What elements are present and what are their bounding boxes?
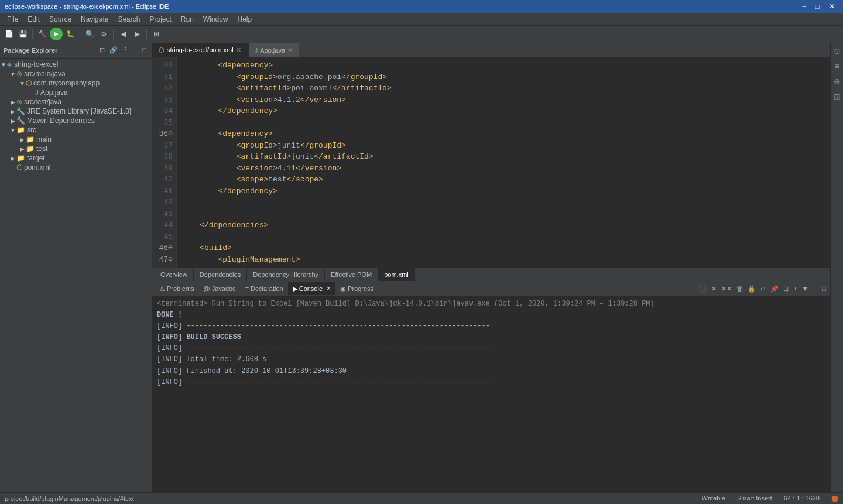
console-minimize[interactable]: ─	[811, 284, 820, 293]
toolbar-perspective[interactable]: ⊞	[150, 28, 163, 40]
toolbar-build[interactable]: 🔨	[36, 28, 49, 40]
line-number-47: 47⊖	[152, 254, 173, 266]
toolbar-new[interactable]: 📄	[2, 28, 15, 40]
sidebar-right-2[interactable]: ≡	[832, 60, 841, 73]
console-tab-javadoc[interactable]: @ Javadoc	[198, 282, 240, 295]
menu-window[interactable]: Window	[198, 13, 233, 26]
minimize-button[interactable]: −	[799, 2, 810, 11]
sidebar-view-menu[interactable]: ⋮	[121, 46, 131, 54]
code-line-38: <artifactId>junit</artifactId>	[181, 151, 825, 163]
code-content[interactable]: <dependency> <groupId>org.apache.poi</gr…	[177, 57, 830, 268]
title-bar: eclipse-workspace - string-to-excel/pom.…	[0, 0, 843, 13]
toolbar-debug[interactable]: 🐛	[64, 28, 77, 40]
pom-tab-dependencies[interactable]: Dependencies	[194, 268, 247, 281]
line-number-44: 44	[152, 220, 173, 231]
tab-java-close[interactable]: ✕	[287, 46, 293, 54]
tree-item-pom-xml[interactable]: ⬡pom.xml	[0, 163, 152, 172]
console-line-6: [INFO] ---------------------------------…	[157, 377, 825, 388]
maximize-button[interactable]: □	[812, 2, 823, 11]
tree-item-test[interactable]: ▶📁test	[0, 144, 152, 153]
tree-item-main[interactable]: ▶📁main	[0, 135, 152, 144]
tree-item-com-mycompany-app[interactable]: ▼⬡com.mycompany.app	[0, 78, 152, 88]
tree-icon-jre-system: 🔧	[16, 107, 25, 115]
console-stop[interactable]: ⬛	[697, 284, 708, 294]
sidebar-collapse-all[interactable]: ⊟	[98, 46, 107, 54]
pom-tab-xml[interactable]: pom.xml	[378, 268, 415, 281]
tab-app-java[interactable]: J App.java ✕	[248, 43, 299, 57]
code-editor[interactable]: 30313233343536⊖37383940414243444546⊖47⊖4…	[152, 57, 830, 268]
status-right: Writable Smart Insert 64 : 1 : 1620 ⬤	[702, 495, 838, 502]
tab-pom-xml[interactable]: ⬡ string-to-excel/pom.xml ✕	[152, 43, 248, 57]
pom-tab-hierarchy[interactable]: Dependency Hierarchy	[247, 268, 325, 281]
menu-bar: File Edit Source Navigate Search Project…	[0, 13, 843, 26]
toolbar-forward[interactable]: ▶	[131, 28, 143, 40]
problems-label: Problems	[167, 282, 194, 295]
console-scroll-lock[interactable]: 🔒	[746, 284, 758, 294]
editor-area: ⬡ string-to-excel/pom.xml ✕ J App.java ✕…	[152, 42, 830, 492]
sidebar-link-editor[interactable]: 🔗	[108, 46, 119, 54]
tree-item-target[interactable]: ▶📁target	[0, 153, 152, 163]
menu-source[interactable]: Source	[44, 13, 76, 26]
tab-pom-close[interactable]: ✕	[236, 46, 241, 54]
tree-item-src-main-java[interactable]: ▼⊕src/main/java	[0, 69, 152, 78]
menu-run[interactable]: Run	[176, 13, 198, 26]
status-path: project/build/pluginManagement/plugins/#…	[5, 495, 702, 502]
tree-icon-src-main-java: ⊕	[16, 70, 22, 78]
console-close[interactable]: ✕	[326, 282, 331, 295]
console-line-0: DONE !	[157, 310, 825, 321]
sidebar-minimize[interactable]: ─	[132, 46, 140, 54]
menu-search[interactable]: Search	[113, 13, 145, 26]
menu-help[interactable]: Help	[233, 13, 257, 26]
title-bar-controls[interactable]: − □ ✕	[799, 2, 838, 11]
status-position: 64 : 1 : 1620	[784, 495, 820, 502]
toolbar-back[interactable]: ◀	[116, 28, 129, 40]
console-tab-progress[interactable]: ◉ Progress	[335, 282, 378, 295]
console-word-wrap[interactable]: ↵	[759, 284, 767, 294]
console-remove-all[interactable]: ✕✕	[719, 284, 734, 294]
code-line-40: <scope>test</scope>	[181, 174, 825, 186]
tree-item-string-to-excel[interactable]: ▼◈string-to-excel	[0, 60, 152, 69]
tree-label-com-mycompany-app: com.mycompany.app	[33, 79, 100, 87]
menu-project[interactable]: Project	[145, 13, 176, 26]
console-clear[interactable]: 🗑	[735, 284, 745, 293]
sidebar-title: Package Explorer	[4, 47, 57, 54]
tree-item-src-test-java[interactable]: ▶⊕src/test/java	[0, 97, 152, 107]
close-button[interactable]: ✕	[825, 2, 838, 11]
pom-tab-overview[interactable]: Overview	[155, 268, 194, 281]
status-bar: project/build/pluginManagement/plugins/#…	[0, 492, 843, 504]
tree-item-App-java[interactable]: JApp.java	[0, 88, 152, 97]
progress-icon: ◉	[340, 282, 346, 295]
console-pin[interactable]: 📌	[769, 284, 780, 294]
console-new[interactable]: +	[791, 284, 799, 293]
tree-icon-target: 📁	[16, 154, 25, 162]
toolbar-run[interactable]: ▶	[50, 28, 63, 40]
console-line-5: [INFO] Finished at: 2020-10-01T13:39:28+…	[157, 366, 825, 377]
menu-file[interactable]: File	[2, 13, 23, 26]
pom-tabs: Overview Dependencies Dependency Hierarc…	[152, 268, 830, 282]
console-terminate[interactable]: ✕	[710, 284, 718, 294]
toolbar-refactor[interactable]: ⚙	[97, 28, 110, 40]
console-menu[interactable]: ▼	[800, 284, 810, 293]
sidebar-right-3[interactable]: ⊕	[832, 75, 842, 88]
sidebar-right-4[interactable]: ⊞	[832, 90, 842, 103]
sidebar-content: ▼◈string-to-excel▼⊕src/main/java▼⬡com.my…	[0, 59, 152, 492]
tree-item-maven-deps[interactable]: ▶🔧Maven Dependencies	[0, 116, 152, 125]
menu-edit[interactable]: Edit	[23, 13, 44, 26]
line-number-38: 38	[152, 151, 173, 163]
line-number-32: 32	[152, 83, 173, 94]
console-tab-declaration[interactable]: ≡ Declaration	[241, 282, 288, 295]
tree-item-src[interactable]: ▼📁src	[0, 125, 152, 135]
sidebar-maximize[interactable]: □	[140, 46, 148, 54]
tree-item-jre-system[interactable]: ▶🔧JRE System Library [JavaSE-1.8]	[0, 107, 152, 116]
toolbar-search[interactable]: 🔍	[83, 28, 96, 40]
menu-navigate[interactable]: Navigate	[76, 13, 113, 26]
line-number-45: 45	[152, 231, 173, 243]
sidebar-right-1[interactable]: ⊙	[832, 44, 842, 57]
console-maximize[interactable]: □	[820, 284, 828, 293]
console-tab-problems[interactable]: ⚠ Problems	[155, 282, 198, 295]
pom-tab-effective[interactable]: Effective POM	[325, 268, 378, 281]
toolbar-save[interactable]: 💾	[16, 28, 29, 40]
tree-label-src: src	[27, 126, 36, 134]
console-open-console[interactable]: ⊞	[782, 284, 790, 294]
console-tab-console[interactable]: ▶ Console ✕	[288, 282, 335, 295]
